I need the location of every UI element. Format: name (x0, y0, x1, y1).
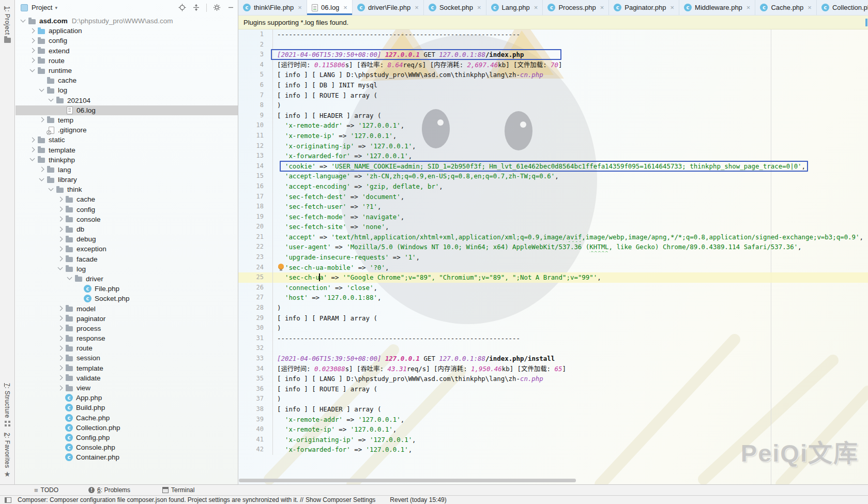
chevron-collapsed-icon[interactable] (57, 385, 63, 391)
log-line-13[interactable]: 13 'x-forwarded-for' => '127.0.0.1', (238, 151, 868, 161)
close-icon[interactable]: × (600, 4, 604, 11)
tab-paginator-php[interactable]: cPaginator.php× (609, 0, 679, 15)
log-line-14[interactable]: 14 'cookie' => 'USER_NAME_COOKIE=admin; … (238, 161, 868, 172)
tab-process-php[interactable]: cProcess.php× (543, 0, 609, 15)
tree-item-temp[interactable]: temp (16, 115, 238, 125)
banner-action-icon[interactable] (865, 19, 867, 26)
chevron-expanded-icon[interactable] (29, 68, 35, 74)
chevron-collapsed-icon[interactable] (57, 315, 63, 322)
log-line-23[interactable]: 23 'upgrade-insecure-requests' => '1', (238, 252, 868, 263)
close-icon[interactable]: × (808, 4, 812, 11)
tree-item-202104[interactable]: 202104 (16, 96, 238, 105)
chevron-down-icon[interactable]: ▾ (55, 5, 57, 10)
tree-item-model[interactable]: model (16, 303, 238, 313)
log-text-area[interactable]: 1---------------------------------------… (238, 29, 868, 484)
revert-link[interactable]: Revert (today 15:49) (390, 496, 446, 503)
tree-item-extend[interactable]: extend (16, 46, 238, 56)
chevron-collapsed-icon[interactable] (57, 196, 63, 203)
tab-socket-php[interactable]: cSocket.php× (424, 0, 486, 15)
log-line-31[interactable]: 31--------------------------------------… (238, 333, 868, 344)
log-line-16[interactable]: 16 'accept-encoding' => 'gzip, deflate, … (238, 181, 868, 192)
tree-item-paginator[interactable]: paginator (16, 314, 238, 324)
chevron-collapsed-icon[interactable] (57, 206, 63, 212)
tree-item-route[interactable]: route (16, 56, 238, 66)
log-line-24[interactable]: 24 'sec-ch-ua-mobile' => '?0', (238, 263, 868, 273)
log-line-29[interactable]: 29[ info ] [ PARAM ] array ( (238, 313, 868, 324)
collapse-all-icon[interactable] (192, 4, 200, 11)
log-line-26[interactable]: 26 'connection' => 'close', (238, 283, 868, 293)
chevron-collapsed-icon[interactable] (57, 226, 63, 233)
tree-item-06-log[interactable]: 06.log (16, 105, 238, 115)
tree-item-db[interactable]: db (16, 224, 238, 234)
tree-item-template[interactable]: template (16, 363, 238, 373)
tab-driver-file-php[interactable]: cdriver\File.php× (353, 0, 424, 15)
tab-06-log[interactable]: 06.log× (307, 0, 353, 15)
tree-item-config[interactable]: config (16, 205, 238, 215)
log-line-39[interactable]: 39 'x-remote-addr' => '127.0.0.1', (238, 415, 868, 425)
chevron-expanded-icon[interactable] (38, 87, 44, 94)
tree-item-socket-php[interactable]: Socket.php (16, 294, 238, 303)
log-line-9[interactable]: 9[ info ] [ HEADER ] array ( (238, 111, 868, 121)
tab-think-file-php[interactable]: cthink\File.php× (238, 0, 307, 15)
intention-bulb-icon[interactable] (278, 264, 284, 269)
log-line-34[interactable]: 34[运行时间: 0.023088s] [吞吐率: 43.31req/s] [内… (238, 364, 868, 374)
log-line-12[interactable]: 12 'x-originating-ip' => '127.0.0.1', (238, 141, 868, 151)
log-line-15[interactable]: 15 'accept-language' => 'zh-CN,zh;q=0.9,… (238, 171, 868, 181)
close-icon[interactable]: × (747, 4, 751, 11)
terminal-toolwindow-button[interactable]: Terminal (162, 486, 194, 494)
tree-item-library[interactable]: library (16, 175, 238, 185)
close-icon[interactable]: × (415, 4, 419, 11)
log-line-21[interactable]: 21 'accept' => 'text/html,application/xh… (238, 232, 868, 242)
log-line-1[interactable]: 1---------------------------------------… (238, 29, 868, 40)
tree-item-driver[interactable]: driver (16, 274, 238, 284)
toolwindow-button--project[interactable]: 1: Project (4, 3, 11, 46)
log-line-20[interactable]: 20 'sec-fetch-site' => 'none', (238, 222, 868, 232)
chevron-collapsed-icon[interactable] (57, 216, 63, 222)
tree-item-log[interactable]: log (16, 264, 238, 274)
log-line-2[interactable]: 2 (238, 40, 868, 50)
tree-item-think[interactable]: think (16, 185, 238, 194)
chevron-collapsed-icon[interactable] (38, 117, 44, 123)
tree-item-application[interactable]: application (16, 26, 238, 36)
log-line-25[interactable]: 25 'sec-ch-ua' => '"Google Chrome";v="89… (238, 272, 868, 283)
tree-item-thinkphp[interactable]: thinkphp (16, 155, 238, 165)
tree-item-response[interactable]: response (16, 333, 238, 343)
gear-icon[interactable] (213, 4, 221, 11)
toolwindow-button--favorites[interactable]: 2: Favorites★ (4, 430, 11, 480)
tree-item-console[interactable]: console (16, 215, 238, 224)
toolwindow-toggle-icon[interactable] (5, 497, 11, 503)
tree-item-facade[interactable]: facade (16, 254, 238, 264)
tree-item-config-php[interactable]: Config.php (16, 433, 238, 442)
log-line-11[interactable]: 11 'x-remote-ip' => '127.0.0.1', (238, 131, 868, 141)
chevron-expanded-icon[interactable] (48, 97, 54, 103)
chevron-expanded-icon[interactable] (20, 18, 26, 24)
chevron-collapsed-icon[interactable] (57, 345, 63, 352)
log-line-22[interactable]: 22 'user-agent' => 'Mozilla/5.0 (Windows… (238, 242, 868, 252)
tree-item-process[interactable]: process (16, 324, 238, 333)
chevron-expanded-icon[interactable] (66, 276, 72, 282)
close-icon[interactable]: × (477, 4, 481, 11)
chevron-collapsed-icon[interactable] (57, 246, 63, 252)
log-line-28[interactable]: 28) (238, 303, 868, 313)
project-panel-title[interactable]: Project (32, 4, 52, 11)
chevron-collapsed-icon[interactable] (57, 375, 63, 381)
chevron-collapsed-icon[interactable] (29, 137, 35, 143)
tree-item-view[interactable]: view (16, 383, 238, 393)
tree-item-debug[interactable]: debug (16, 234, 238, 244)
tree-item-log[interactable]: log (16, 85, 238, 95)
tree-item-asd-com[interactable]: asd.comD:\phpstudy_pro\WWW\asd.com (16, 16, 238, 26)
hide-panel-icon[interactable] (227, 4, 235, 11)
chevron-collapsed-icon[interactable] (29, 48, 35, 54)
tree-item-config[interactable]: config (16, 36, 238, 45)
tree-item-console-php[interactable]: Console.php (16, 442, 238, 452)
chevron-collapsed-icon[interactable] (29, 57, 35, 64)
close-icon[interactable]: × (343, 4, 347, 11)
tree-item-route[interactable]: route (16, 343, 238, 353)
tree-item-cache[interactable]: cache (16, 75, 238, 85)
log-line-33[interactable]: 33[2021-04-06T15:39:50+08:00] 127.0.0.1 … (238, 354, 868, 364)
chevron-expanded-icon[interactable] (57, 266, 63, 272)
tree-item-collection-php[interactable]: Collection.php (16, 423, 238, 433)
tree-item--gitignore[interactable]: .gitignore (16, 125, 238, 135)
log-line-3[interactable]: 3[2021-04-06T15:39:50+08:00] 127.0.0.1 G… (238, 50, 868, 60)
log-line-35[interactable]: 35[ info ] [ LANG ] D:\phpstudy_pro\WWW\… (238, 374, 868, 384)
